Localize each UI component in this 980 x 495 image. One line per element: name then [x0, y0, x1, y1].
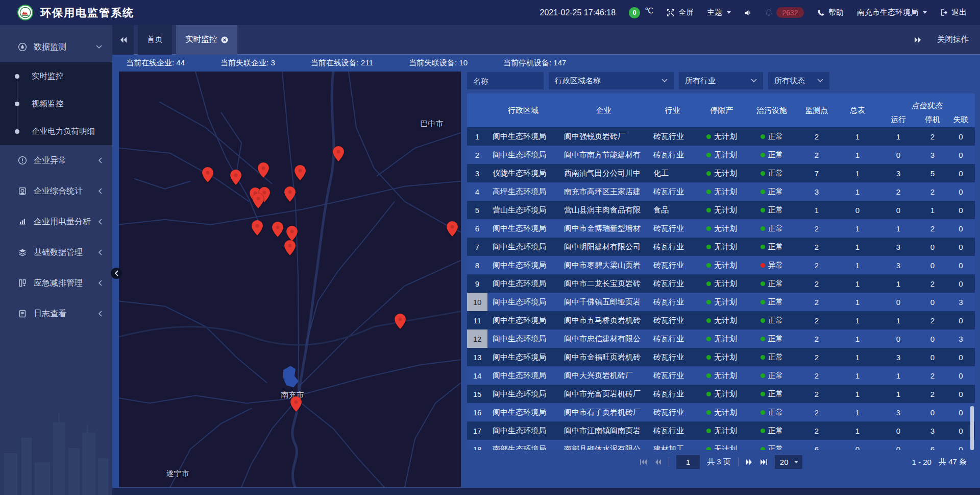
map-pin[interactable]: [447, 221, 458, 237]
row-limit-status-cell: 无计划: [697, 421, 747, 440]
map-canvas[interactable]: 巴中市南充市遂宁市: [119, 72, 461, 487]
table-row[interactable]: 1阆中生态环境局阆中强锐页岩砖厂砖瓦行业无计划正常21120: [467, 127, 975, 146]
map-pin[interactable]: [286, 226, 298, 241]
fullscreen-button[interactable]: 全屏: [667, 8, 694, 17]
row-lost-cell: 0: [947, 366, 975, 385]
next-page-button[interactable]: [746, 459, 753, 465]
row-enterprise-cell: 营山县润丰肉食品有限: [559, 201, 648, 219]
logout-button[interactable]: 退出: [940, 8, 967, 17]
table-row[interactable]: 2阆中生态环境局阆中市南方节能建材有砖瓦行业无计划正常21030: [467, 146, 975, 164]
sidebar-item-power-load-detail[interactable]: 企业电力负荷明细: [0, 117, 112, 145]
map-pin[interactable]: [272, 222, 283, 237]
page-size-select[interactable]: 20: [775, 455, 802, 469]
sound-button[interactable]: [744, 9, 752, 16]
row-region-cell: 阆中生态环境局: [487, 274, 559, 293]
sidebar-collapse-toggle[interactable]: [111, 268, 122, 279]
status-dot-icon: [761, 429, 765, 433]
table-row[interactable]: 7阆中生态环境局阆中明阳建材有限公司砖瓦行业无计划正常21300: [467, 238, 975, 256]
sidebar-item-base-data[interactable]: 基础数据管理: [0, 237, 112, 268]
table-row[interactable]: 3仪陇生态环境局西南油气田分公司川中化工无计划正常71350: [467, 164, 975, 182]
row-enterprise-cell: 阆中市南方节能建材有: [559, 146, 648, 164]
row-index-cell: 3: [467, 164, 487, 182]
row-running-cell: 0: [878, 440, 918, 450]
map-pin[interactable]: [230, 170, 241, 185]
map-pin[interactable]: [284, 240, 296, 255]
sidebar-item-data-monitor[interactable]: 数据监测: [0, 32, 112, 62]
app-logo-icon: [17, 5, 33, 20]
sidebar-item-video-monitor[interactable]: 视频监控: [0, 90, 112, 117]
row-stopped-cell: 2: [918, 274, 947, 293]
close-operations-button[interactable]: 关闭操作: [937, 34, 969, 45]
notifications-button[interactable]: 2632: [765, 7, 804, 18]
table-row[interactable]: 8阆中生态环境局阆中市枣碧大梁山页岩砖瓦行业无计划异常21300: [467, 256, 975, 274]
status-dot-icon: [761, 190, 765, 194]
theme-menu[interactable]: 主题: [707, 8, 731, 17]
map-pin[interactable]: [202, 167, 213, 182]
table-row[interactable]: 5营山生态环境局营山县润丰肉食品有限食品无计划正常10010: [467, 201, 975, 219]
table-row[interactable]: 12阆中生态环境局阆中市忠信建材有限公砖瓦行业无计划正常21003: [467, 329, 975, 348]
table-header-index: [467, 93, 487, 127]
first-page-button[interactable]: [640, 459, 647, 465]
table-row[interactable]: 11阆中生态环境局阆中市五马桥页岩机砖砖瓦行业无计划正常21120: [467, 311, 975, 329]
stat-label: 当前停机设备:: [503, 58, 553, 67]
map-pin[interactable]: [258, 162, 269, 178]
tab-close-icon[interactable]: [221, 36, 228, 43]
last-page-button[interactable]: [760, 459, 768, 465]
table-row[interactable]: 6阆中生态环境局阆中市金博瑞新型墙材砖瓦行业无计划正常21120: [467, 219, 975, 238]
org-menu[interactable]: 南充市生态环境局: [857, 8, 927, 17]
sidebar-item-enterprise-stats[interactable]: 企业综合统计: [0, 176, 112, 206]
map-pin[interactable]: [295, 165, 306, 180]
row-facility-status-cell: 正常: [747, 219, 797, 238]
row-lost-cell: 0: [947, 201, 975, 219]
name-filter-input[interactable]: [467, 72, 544, 89]
row-facility-status-cell: 正常: [747, 182, 797, 201]
row-monitor-count-cell: 2: [797, 256, 837, 274]
tab-realtime-monitor[interactable]: 实时监控: [176, 25, 237, 55]
row-enterprise-cell: 阆中市金福旺页岩机砖: [559, 348, 648, 366]
row-stopped-cell: 0: [918, 403, 947, 421]
limit-status-text: 无计划: [714, 334, 737, 344]
map-pin[interactable]: [333, 146, 344, 161]
region-filter-select[interactable]: 行政区域名称: [549, 72, 674, 89]
status-filter-select[interactable]: 所有状态: [768, 72, 829, 89]
table-row[interactable]: 10阆中生态环境局阆中千佛镇五郎垭页岩砖瓦行业无计划正常21003: [467, 293, 975, 311]
sidebar-item-log-view[interactable]: 日志查看: [0, 298, 112, 329]
sidebar-item-enterprise-abnormal[interactable]: 企业异常: [0, 145, 112, 176]
tab-home[interactable]: 首页: [138, 25, 172, 55]
sidebar-item-realtime-monitor[interactable]: 实时监控: [0, 62, 112, 90]
bell-icon: [765, 9, 773, 16]
row-monitor-count-cell: 2: [797, 274, 837, 293]
facility-status-text: 正常: [768, 242, 783, 252]
prev-page-button[interactable]: [654, 459, 662, 465]
status-dot-icon: [761, 208, 765, 213]
map-pin[interactable]: [284, 186, 296, 202]
table-row[interactable]: 4高坪生态环境局南充市高坪区王家店建砖瓦行业无计划正常31220: [467, 182, 975, 201]
row-running-cell: 0: [878, 329, 918, 348]
table-header-subcell: 运行: [878, 112, 918, 127]
map-pin[interactable]: [252, 220, 263, 235]
table-row[interactable]: 16阆中生态环境局阆中市石子页岩机砖厂砖瓦行业无计划正常21300: [467, 403, 975, 421]
table-row[interactable]: 13阆中生态环境局阆中市金福旺页岩机砖砖瓦行业无计划正常21300: [467, 348, 975, 366]
row-region-cell: 阆中生态环境局: [487, 403, 559, 421]
map-pin[interactable]: [253, 193, 264, 208]
tabs-scroll-left-button[interactable]: [112, 25, 134, 55]
table-row[interactable]: 14阆中生态环境局阆中大兴页岩机砖厂砖瓦行业无计划正常21120: [467, 366, 975, 385]
map-pin[interactable]: [395, 314, 406, 329]
table-row[interactable]: 17阆中生态环境局阆中市江南镇阆南页岩砖瓦行业无计划正常21030: [467, 421, 975, 440]
sidebar-item-emergency-reduction[interactable]: 应急减排管理: [0, 268, 112, 298]
status-dot-icon: [761, 134, 765, 139]
tabs-scroll-right-button[interactable]: [914, 36, 922, 43]
map-pin[interactable]: [290, 396, 302, 412]
table-row[interactable]: 9阆中生态环境局阆中市二龙长宝页岩砖砖瓦行业无计划正常21120: [467, 274, 975, 293]
industry-filter-select[interactable]: 所有行业: [679, 72, 763, 89]
table-row[interactable]: 15阆中生态环境局阆中市光富页岩机砖厂砖瓦行业无计划正常21120: [467, 385, 975, 403]
status-dot-icon: [706, 281, 711, 286]
table-row[interactable]: 18南部生态环境局南部县砌体水泥有限公建材加工无计划正常60060: [467, 440, 975, 450]
row-region-cell: 阆中生态环境局: [487, 127, 559, 146]
page-number-input[interactable]: [676, 455, 700, 469]
sidebar-item-power-analysis[interactable]: 企业用电量分析: [0, 206, 112, 237]
enterprise-table-panel: 行政区域名称 所有行业 所有状态: [467, 72, 975, 488]
help-button[interactable]: 帮助: [817, 8, 844, 17]
table-scrollbar-thumb[interactable]: [970, 406, 974, 450]
facility-status-text: 异常: [768, 261, 783, 270]
